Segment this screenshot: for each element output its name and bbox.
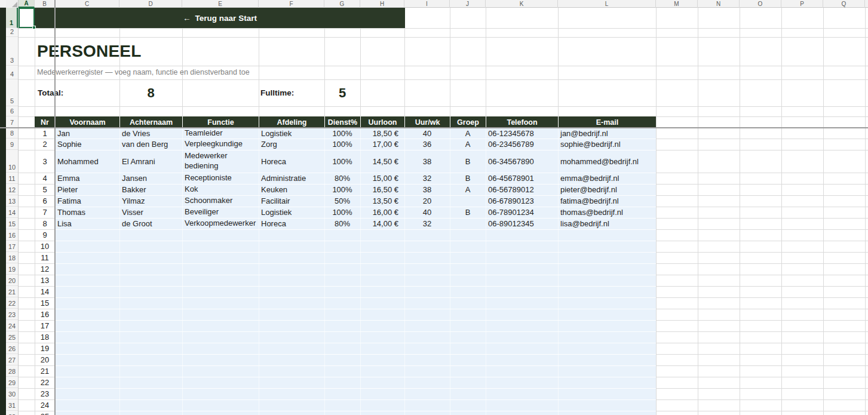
employee-cell-achternaam[interactable]: Jansen bbox=[119, 173, 182, 184]
employee-cell-functie[interactable]: Kok bbox=[182, 184, 258, 195]
employee-cell-email[interactable]: emma@bedrijf.nl bbox=[558, 173, 655, 184]
employee-cell-afdeling[interactable]: Horeca bbox=[259, 150, 324, 173]
selected-cell-a1[interactable] bbox=[19, 8, 35, 28]
column-header-I[interactable]: I bbox=[404, 0, 450, 8]
table-header-voornaam[interactable]: Voornaam bbox=[55, 116, 119, 128]
row-header-8[interactable]: 8 bbox=[6, 128, 18, 139]
empty-row-nr[interactable]: 22 bbox=[35, 377, 55, 388]
empty-row-nr[interactable]: 9 bbox=[35, 229, 55, 241]
column-header-B[interactable]: B bbox=[35, 0, 55, 8]
employee-cell-telefoon[interactable]: 06-78901234 bbox=[486, 207, 557, 218]
employee-cell-uurloon[interactable]: 13,50 € bbox=[360, 195, 404, 207]
row-header-4[interactable]: 4 bbox=[6, 66, 18, 79]
empty-row-nr[interactable]: 23 bbox=[35, 388, 55, 399]
empty-row-nr[interactable]: 24 bbox=[35, 399, 55, 411]
employee-cell-functie[interactable]: Verkoopmedewerker bbox=[182, 218, 258, 229]
employee-cell-nr[interactable]: 1 bbox=[35, 128, 55, 139]
empty-row-nr[interactable]: 18 bbox=[35, 331, 55, 343]
employee-cell-email[interactable]: jan@bedrijf.nl bbox=[558, 128, 655, 139]
employee-cell-functie[interactable]: Teamleider bbox=[182, 128, 258, 139]
employee-cell-groep[interactable]: B bbox=[450, 150, 486, 173]
employee-cell-uur_wk[interactable]: 32 bbox=[404, 218, 450, 229]
employee-cell-telefoon[interactable]: 06-12345678 bbox=[486, 128, 557, 139]
employee-cell-telefoon[interactable]: 06-89012345 bbox=[486, 218, 557, 229]
row-header-27[interactable]: 27 bbox=[6, 354, 18, 365]
employee-cell-achternaam[interactable]: El Amrani bbox=[119, 150, 182, 173]
total-label[interactable]: Totaal: bbox=[38, 79, 63, 106]
employee-cell-groep[interactable]: B bbox=[450, 173, 486, 184]
employee-cell-uurloon[interactable]: 16,00 € bbox=[360, 207, 404, 218]
column-header-O[interactable]: O bbox=[740, 0, 781, 8]
employee-cell-functie[interactable]: Receptioniste bbox=[182, 173, 258, 184]
employee-cell-achternaam[interactable]: de Vries bbox=[119, 128, 182, 139]
employee-cell-groep[interactable]: A bbox=[450, 128, 486, 139]
employee-cell-groep[interactable]: A bbox=[450, 184, 486, 195]
row-header-25[interactable]: 25 bbox=[6, 331, 18, 343]
row-header-7[interactable]: 7 bbox=[6, 116, 18, 128]
column-header-C[interactable]: C bbox=[55, 0, 119, 8]
row-header-17[interactable]: 17 bbox=[6, 241, 18, 252]
empty-row-nr[interactable]: 19 bbox=[35, 343, 55, 354]
table-header-email[interactable]: E-mail bbox=[558, 116, 656, 128]
table-header-achternaam[interactable]: Achternaam bbox=[119, 116, 182, 128]
employee-cell-nr[interactable]: 3 bbox=[35, 150, 55, 173]
row-header-15[interactable]: 15 bbox=[6, 218, 18, 229]
empty-row-nr[interactable]: 11 bbox=[35, 252, 55, 263]
employee-cell-nr[interactable]: 2 bbox=[35, 139, 55, 150]
employee-cell-dienst[interactable]: 50% bbox=[324, 195, 360, 207]
employee-cell-dienst[interactable]: 100% bbox=[324, 128, 360, 139]
employee-cell-dienst[interactable]: 100% bbox=[324, 207, 360, 218]
employee-cell-afdeling[interactable]: Facilitair bbox=[259, 195, 324, 207]
column-header-G[interactable]: G bbox=[324, 0, 360, 8]
fill-handle[interactable] bbox=[32, 26, 36, 29]
row-header-32[interactable]: 32 bbox=[6, 411, 18, 415]
employee-cell-uurloon[interactable]: 16,50 € bbox=[360, 184, 404, 195]
row-header-22[interactable]: 22 bbox=[6, 297, 18, 309]
row-header-13[interactable]: 13 bbox=[6, 195, 18, 207]
row-header-16[interactable]: 16 bbox=[6, 229, 18, 241]
column-header-D[interactable]: D bbox=[119, 0, 182, 8]
column-header-E[interactable]: E bbox=[182, 0, 259, 8]
table-header-functie[interactable]: Functie bbox=[182, 116, 259, 128]
page-title[interactable]: PERSONEEL bbox=[37, 42, 142, 61]
row-header-19[interactable]: 19 bbox=[6, 263, 18, 275]
column-header-J[interactable]: J bbox=[450, 0, 486, 8]
employee-cell-uur_wk[interactable]: 40 bbox=[404, 128, 450, 139]
row-header-21[interactable]: 21 bbox=[6, 286, 18, 297]
table-header-groep[interactable]: Groep bbox=[450, 116, 486, 128]
employee-cell-voornaam[interactable]: Thomas bbox=[55, 207, 119, 218]
employee-cell-nr[interactable]: 5 bbox=[35, 184, 55, 195]
column-header-K[interactable]: K bbox=[486, 0, 558, 8]
employee-cell-afdeling[interactable]: Keuken bbox=[259, 184, 324, 195]
row-header-2[interactable]: 2 bbox=[6, 28, 18, 37]
row-header-18[interactable]: 18 bbox=[6, 252, 18, 263]
employee-cell-nr[interactable]: 6 bbox=[35, 195, 55, 207]
employee-cell-voornaam[interactable]: Pieter bbox=[55, 184, 119, 195]
fulltime-label[interactable]: Fulltime: bbox=[260, 79, 294, 106]
empty-row-nr[interactable]: 20 bbox=[35, 354, 55, 365]
employee-cell-email[interactable]: sophie@bedrijf.nl bbox=[558, 139, 655, 150]
employee-cell-uurloon[interactable]: 14,00 € bbox=[360, 218, 404, 229]
fulltime-value[interactable]: 5 bbox=[324, 79, 360, 106]
employee-cell-dienst[interactable]: 100% bbox=[324, 139, 360, 150]
employee-cell-voornaam[interactable]: Jan bbox=[55, 128, 119, 139]
table-header-nr[interactable]: Nr bbox=[35, 116, 55, 128]
employee-cell-uur_wk[interactable]: 36 bbox=[404, 139, 450, 150]
employee-cell-uurloon[interactable]: 15,00 € bbox=[360, 173, 404, 184]
employee-cell-uur_wk[interactable]: 38 bbox=[404, 184, 450, 195]
employee-cell-uur_wk[interactable]: 32 bbox=[404, 173, 450, 184]
employee-cell-voornaam[interactable]: Fatima bbox=[55, 195, 119, 207]
employee-cell-email[interactable]: lisa@bedrijf.nl bbox=[558, 218, 655, 229]
row-header-3[interactable]: 3 bbox=[6, 37, 18, 66]
employee-cell-dienst[interactable]: 100% bbox=[324, 184, 360, 195]
table-header-afdeling[interactable]: Afdeling bbox=[259, 116, 324, 128]
employee-cell-dienst[interactable]: 100% bbox=[324, 150, 360, 173]
column-header-M[interactable]: M bbox=[656, 0, 698, 8]
employee-cell-telefoon[interactable]: 06-23456789 bbox=[486, 139, 557, 150]
employee-cell-functie[interactable]: Beveiliger bbox=[182, 207, 258, 218]
employee-cell-afdeling[interactable]: Logistiek bbox=[259, 207, 324, 218]
employee-cell-groep[interactable]: A bbox=[450, 139, 486, 150]
empty-row-nr[interactable]: 25 bbox=[35, 411, 55, 415]
employee-cell-functie[interactable]: Verpleegkundige bbox=[182, 139, 258, 150]
employee-cell-telefoon[interactable]: 06-45678901 bbox=[486, 173, 557, 184]
